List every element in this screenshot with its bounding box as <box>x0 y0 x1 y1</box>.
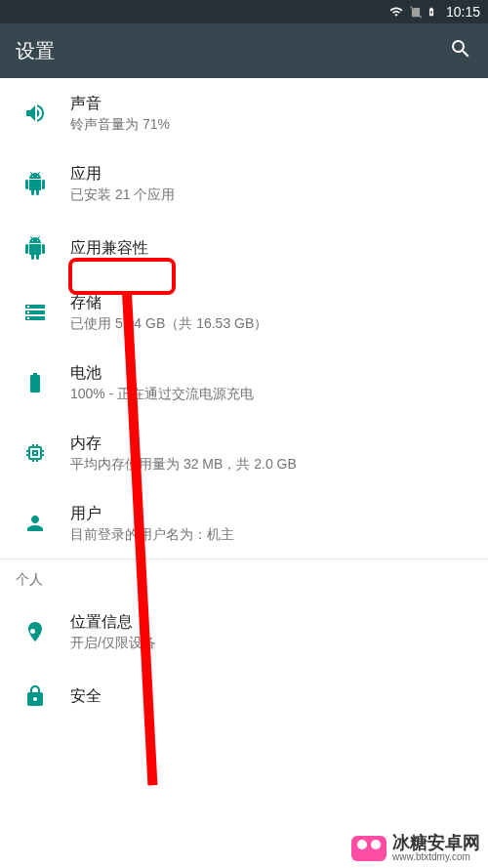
no-sim-icon <box>409 5 423 19</box>
settings-item-sound[interactable]: 声音 铃声音量为 71% <box>0 78 488 148</box>
app-bar: 设置 <box>0 23 488 78</box>
settings-list: 声音 铃声音量为 71% 应用 已安装 21 个应用 应用兼容性 存储 已使用 … <box>0 78 488 725</box>
item-title: 应用 <box>70 164 472 185</box>
battery-charging-icon <box>427 4 436 20</box>
watermark-url: www.btxtdmy.com <box>392 851 480 862</box>
item-subtitle: 100% - 正在通过交流电源充电 <box>70 386 472 403</box>
settings-item-app-compat[interactable]: 应用兼容性 <box>0 219 488 277</box>
settings-item-storage[interactable]: 存储 已使用 5.04 GB（共 16.53 GB） <box>0 277 488 348</box>
item-title: 存储 <box>70 293 472 313</box>
settings-item-security[interactable]: 安全 <box>0 667 488 725</box>
watermark-brand: 冰糖安卓网 <box>392 834 480 851</box>
location-icon <box>0 620 70 643</box>
android-icon <box>0 236 70 260</box>
search-icon[interactable] <box>449 37 472 64</box>
item-subtitle: 平均内存使用量为 32 MB，共 2.0 GB <box>70 456 472 474</box>
item-title: 安全 <box>70 686 472 707</box>
settings-item-users[interactable]: 用户 目前登录的用户名为：机主 <box>0 488 488 558</box>
memory-icon <box>0 441 70 465</box>
item-title: 电池 <box>70 363 472 384</box>
wifi-icon <box>387 5 405 19</box>
section-header-personal: 个人 <box>0 559 488 597</box>
page-title: 设置 <box>16 38 55 64</box>
android-icon <box>0 172 70 195</box>
person-icon <box>0 512 70 535</box>
lock-icon <box>0 684 70 708</box>
item-title: 内存 <box>70 434 472 454</box>
item-title: 声音 <box>70 94 472 114</box>
item-title: 位置信息 <box>70 612 472 633</box>
item-subtitle: 目前登录的用户名为：机主 <box>70 526 472 544</box>
volume-icon <box>0 102 70 125</box>
settings-item-battery[interactable]: 电池 100% - 正在通过交流电源充电 <box>0 348 488 418</box>
settings-item-location[interactable]: 位置信息 开启/仅限设备 <box>0 597 488 667</box>
watermark: 冰糖安卓网 www.btxtdmy.com <box>351 834 480 862</box>
status-bar: 10:15 <box>0 0 488 23</box>
watermark-logo-icon <box>351 836 386 861</box>
item-title: 应用兼容性 <box>70 238 472 259</box>
item-subtitle: 已使用 5.04 GB（共 16.53 GB） <box>70 315 472 333</box>
item-subtitle: 开启/仅限设备 <box>70 635 472 652</box>
item-title: 用户 <box>70 504 472 524</box>
battery-icon <box>0 371 70 394</box>
item-subtitle: 已安装 21 个应用 <box>70 186 472 204</box>
storage-icon <box>0 301 70 324</box>
clock-text: 10:15 <box>446 4 480 20</box>
item-subtitle: 铃声音量为 71% <box>70 116 472 134</box>
settings-item-memory[interactable]: 内存 平均内存使用量为 32 MB，共 2.0 GB <box>0 418 488 488</box>
settings-item-apps[interactable]: 应用 已安装 21 个应用 <box>0 148 488 219</box>
